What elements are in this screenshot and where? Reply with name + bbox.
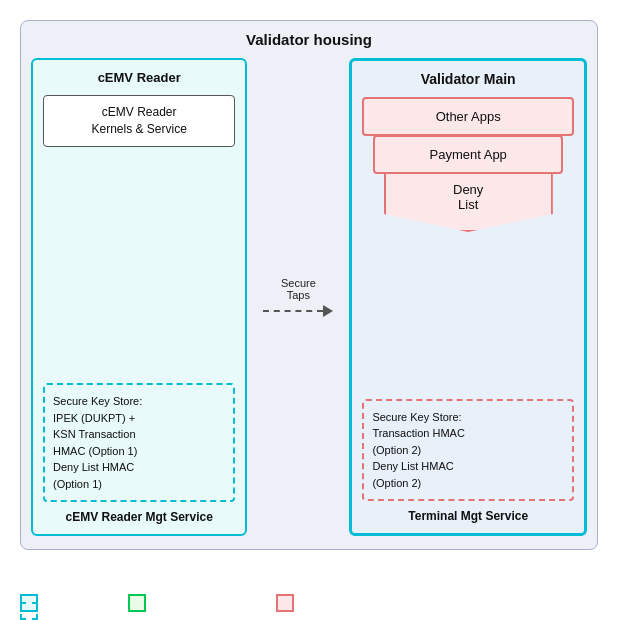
other-apps-label: Other Apps: [436, 109, 501, 124]
legend-area: [20, 594, 294, 612]
secure-key-store-left: Secure Key Store:IPEK (DUKPT) +KSN Trans…: [43, 383, 235, 502]
secure-key-store-right: Secure Key Store:Transaction HMAC(Option…: [362, 399, 574, 502]
dashed-line: [263, 310, 323, 312]
cemv-mgt-title: cEMV Reader Mgt Service: [43, 510, 235, 524]
legend-row-2: [20, 602, 38, 620]
arrow-label: SecureTaps: [281, 277, 316, 301]
dashed-arrow: [263, 305, 333, 317]
secure-key-store-left-label: Secure Key Store:IPEK (DUKPT) +KSN Trans…: [53, 395, 142, 490]
cemv-reader-panel: cEMV Reader cEMV ReaderKernels & Service…: [31, 58, 247, 536]
legend-green-solid: [128, 594, 146, 612]
apps-stack: Other Apps Payment App DenyList: [362, 97, 574, 232]
legend-pink-solid: [276, 594, 294, 612]
kernels-box: cEMV ReaderKernels & Service: [43, 95, 235, 147]
legend-box-pink-solid: [276, 594, 294, 612]
legend-box-green-solid: [128, 594, 146, 612]
arrow-area: SecureTaps: [263, 58, 333, 536]
validator-housing: Validator housing cEMV Reader cEMV Reade…: [20, 20, 598, 550]
payment-app-box: Payment App: [373, 135, 563, 174]
other-apps-box: Other Apps: [362, 97, 574, 136]
cemv-reader-title: cEMV Reader: [43, 70, 235, 85]
validator-main-title: Validator Main: [362, 71, 574, 87]
deny-list-box: DenyList: [384, 172, 553, 232]
deny-list-label: DenyList: [453, 182, 483, 212]
arrow-head: [323, 305, 333, 317]
secure-key-store-right-label: Secure Key Store:Transaction HMAC(Option…: [372, 411, 465, 489]
legend-box-cyan-dashed: [20, 602, 38, 620]
terminal-mgt-title: Terminal Mgt Service: [362, 509, 574, 523]
main-title: Validator housing: [31, 31, 587, 48]
payment-app-label: Payment App: [430, 147, 507, 162]
kernels-label: cEMV ReaderKernels & Service: [92, 105, 187, 136]
inner-row: cEMV Reader cEMV ReaderKernels & Service…: [31, 58, 587, 536]
validator-main-panel: Validator Main Other Apps Payment App De…: [349, 58, 587, 536]
